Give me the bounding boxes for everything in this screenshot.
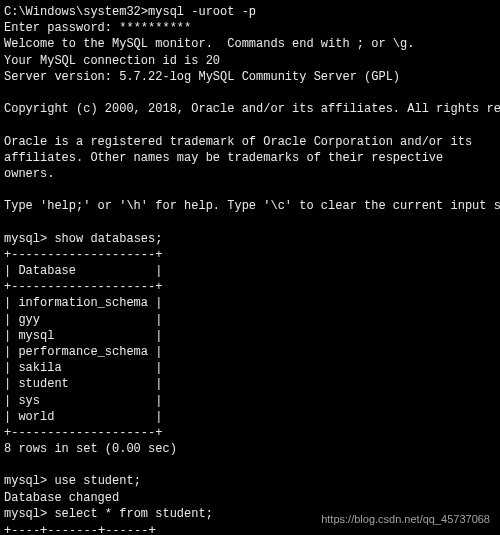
db-table-row: | mysql | <box>4 329 162 343</box>
trademark-line-1: Oracle is a registered trademark of Orac… <box>4 135 472 149</box>
blank-line <box>4 215 11 229</box>
blank-line <box>4 86 11 100</box>
server-version-line: Server version: 5.7.22-log MySQL Communi… <box>4 70 400 84</box>
mysql-prompt-show-db: mysql> show databases; <box>4 232 162 246</box>
blank-line <box>4 183 11 197</box>
watermark-text: https://blog.csdn.net/qq_45737068 <box>321 512 490 527</box>
welcome-line: Welcome to the MySQL monitor. Commands e… <box>4 37 414 51</box>
db-summary-line: 8 rows in set (0.00 sec) <box>4 442 177 456</box>
db-changed-line: Database changed <box>4 491 119 505</box>
db-table-row: | information_schema | <box>4 296 162 310</box>
db-table-row: | sakila | <box>4 361 162 375</box>
shell-prompt: C:\Windows\system32>mysql -uroot -p <box>4 5 256 19</box>
connection-id-line: Your MySQL connection id is 20 <box>4 54 220 68</box>
db-table-row: | world | <box>4 410 162 424</box>
terminal-output[interactable]: C:\Windows\system32>mysql -uroot -p Ente… <box>0 0 500 535</box>
help-line: Type 'help;' or '\h' for help. Type '\c'… <box>4 199 500 213</box>
blank-line <box>4 458 11 472</box>
db-table-border-top: +--------------------+ <box>4 248 162 262</box>
db-table-row: | gyy | <box>4 313 162 327</box>
blank-line <box>4 118 11 132</box>
db-table-row: | sys | <box>4 394 162 408</box>
trademark-line-3: owners. <box>4 167 54 181</box>
mysql-prompt-use: mysql> use student; <box>4 474 141 488</box>
db-table-border-mid: +--------------------+ <box>4 280 162 294</box>
db-table-row: | performance_schema | <box>4 345 162 359</box>
db-table-row: | student | <box>4 377 162 391</box>
student-table-border-top: +----+-------+------+ <box>4 523 156 535</box>
db-table-border-bot: +--------------------+ <box>4 426 162 440</box>
copyright-line: Copyright (c) 2000, 2018, Oracle and/or … <box>4 102 500 116</box>
trademark-line-2: affiliates. Other names may be trademark… <box>4 151 443 165</box>
password-line: Enter password: ********** <box>4 21 191 35</box>
db-table-header: | Database | <box>4 264 162 278</box>
mysql-prompt-select: mysql> select * from student; <box>4 507 213 521</box>
